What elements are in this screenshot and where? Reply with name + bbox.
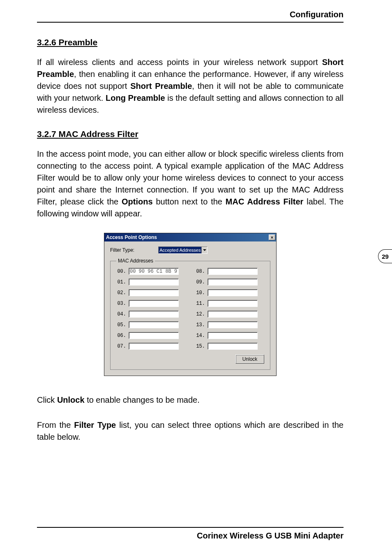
mac-row-index: 04.	[116, 311, 126, 317]
mac-row-index: 08.	[195, 269, 205, 274]
mac-address-row: 07.	[116, 343, 179, 350]
dialog-titlebar[interactable]: Access Point Options ×	[104, 233, 276, 241]
mac-address-input[interactable]	[129, 321, 179, 328]
mac-address-input[interactable]	[129, 311, 179, 318]
mac-row-index: 13.	[195, 322, 205, 328]
mac-row-index: 07.	[116, 343, 126, 349]
bold-term: Filter Type	[74, 420, 116, 429]
mac-address-row: 14.	[195, 332, 258, 339]
mac-row-index: 14.	[195, 333, 205, 339]
mac-row-index: 00.	[116, 269, 126, 274]
footer-product-name: Corinex Wireless G USB Mini Adapter	[25, 528, 367, 541]
mac-address-input[interactable]	[129, 343, 179, 350]
bold-term: Short Preamble	[130, 81, 192, 91]
mac-addresses-fieldset: MAC Addresses 00.01.02.03.04.05.06.07. 0…	[110, 258, 270, 370]
bold-term: Unlock	[57, 395, 85, 404]
mac-address-row: 15.	[195, 343, 258, 350]
mac-address-row: 02.	[116, 289, 179, 296]
close-button[interactable]: ×	[269, 234, 275, 240]
paragraph-unlock-hint: Click Unlock to enable changes to be mad…	[37, 394, 344, 406]
mac-address-input[interactable]	[129, 278, 179, 285]
mac-address-row: 10.	[195, 289, 258, 296]
bold-term: Options	[122, 197, 153, 206]
mac-address-input[interactable]	[208, 343, 258, 350]
mac-address-input[interactable]	[129, 268, 179, 275]
mac-address-row: 03.	[116, 300, 179, 307]
mac-address-row: 11.	[195, 300, 258, 307]
filter-type-combobox[interactable]: Accepted Addresses	[158, 246, 208, 254]
chevron-down-icon	[201, 247, 207, 253]
unlock-button[interactable]: Unlock	[235, 355, 264, 364]
paragraph-mac-filter: In the access point mode, you can either…	[37, 148, 344, 220]
mac-address-input[interactable]	[129, 300, 179, 307]
mac-address-row: 12.	[195, 311, 258, 318]
dialog-title: Access Point Options	[106, 234, 157, 240]
text: From the	[37, 420, 74, 429]
mac-row-index: 10.	[195, 290, 205, 296]
mac-address-input[interactable]	[208, 300, 258, 307]
bold-term: Long Preamble	[106, 93, 165, 102]
access-point-options-dialog: Access Point Options × Filter Type: Acce…	[104, 233, 277, 376]
mac-row-index: 15.	[195, 343, 205, 349]
mac-row-index: 09.	[195, 279, 205, 285]
mac-row-index: 05.	[116, 322, 126, 328]
filter-type-value: Accepted Addresses	[159, 248, 201, 253]
filter-type-label: Filter Type:	[110, 247, 134, 253]
mac-address-row: 01.	[116, 278, 179, 285]
mac-address-input[interactable]	[208, 321, 258, 328]
mac-row-index: 02.	[116, 290, 126, 296]
mac-address-input[interactable]	[208, 289, 258, 296]
heading-mac-filter: 3.2.7 MAC Address Filter	[37, 129, 344, 139]
mac-address-row: 00.	[116, 268, 179, 275]
text: Click	[37, 395, 57, 404]
mac-address-row: 05.	[116, 321, 179, 328]
bold-term: MAC Address Filter	[226, 197, 303, 206]
mac-address-row: 09.	[195, 278, 258, 285]
mac-address-input[interactable]	[208, 332, 258, 339]
mac-addresses-legend: MAC Addresses	[116, 258, 155, 264]
mac-address-input[interactable]	[208, 268, 258, 275]
mac-row-index: 12.	[195, 311, 205, 317]
mac-row-index: 11.	[195, 301, 205, 306]
heading-preamble: 3.2.6 Preamble	[37, 37, 344, 47]
mac-address-row: 04.	[116, 311, 179, 318]
mac-address-row: 08.	[195, 268, 258, 275]
page-number-badge: 29	[378, 249, 392, 263]
mac-address-row: 06.	[116, 332, 179, 339]
mac-address-input[interactable]	[208, 311, 258, 318]
text: button next to the	[153, 197, 226, 206]
mac-row-index: 01.	[116, 279, 126, 285]
mac-row-index: 03.	[116, 301, 126, 306]
header-section-title: Configuration	[25, 10, 367, 22]
paragraph-preamble: If all wireless clients and access point…	[37, 56, 344, 116]
text: to enable changes to be made.	[85, 395, 200, 404]
paragraph-filter-type-hint: From the Filter Type list, you can selec…	[37, 419, 344, 443]
mac-address-input[interactable]	[129, 289, 179, 296]
text: If all wireless clients and access point…	[37, 58, 322, 67]
mac-row-index: 06.	[116, 333, 126, 339]
close-icon: ×	[271, 235, 273, 240]
mac-address-row: 13.	[195, 321, 258, 328]
mac-address-input[interactable]	[129, 332, 179, 339]
mac-address-input[interactable]	[208, 278, 258, 285]
